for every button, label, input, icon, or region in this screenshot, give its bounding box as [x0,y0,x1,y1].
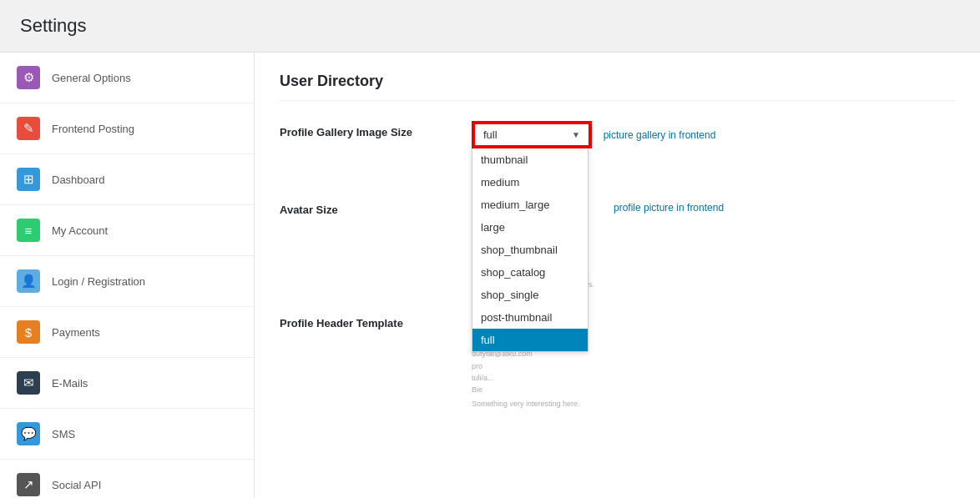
profile-gallery-image-size-field: full ▼ thumbnail medium medium_large lar… [472,121,955,148]
account-icon: ≡ [17,219,40,242]
profile-gallery-image-size-label: Profile Gallery Image Size [280,121,472,138]
sidebar-item-social-api[interactable]: ↗ Social API [0,460,254,498]
profile-gallery-dropdown-menu: thumbnail medium medium_large large shop… [472,148,589,352]
sidebar-item-label: E-Mails [52,377,88,390]
dashboard-icon: ⊞ [17,168,40,191]
template-something: Something very interesting here. [472,400,955,408]
sms-icon: 💬 [17,422,40,445]
sidebar-item-label: Frontend Posting [52,123,134,135]
sidebar-item-frontend-posting[interactable]: ✎ Frontend Posting [0,103,254,154]
dropdown-option-medium[interactable]: medium [472,171,588,194]
main-content: User Directory Profile Gallery Image Siz… [255,53,980,498]
sidebar-item-label: My Account [52,224,108,237]
sidebar-item-label: Payments [52,326,100,339]
sidebar-item-my-account[interactable]: ≡ My Account [0,205,254,256]
form-row-profile-header-template: Profile Header Template admin pro bee du… [280,312,955,408]
sidebar: ⚙ General Options ✎ Frontend Posting ⊞ D… [0,53,255,498]
form-row-profile-gallery-image-size: Profile Gallery Image Size full ▼ thumbn… [280,121,955,148]
page-title: Settings [0,0,980,53]
sidebar-item-dashboard[interactable]: ⊞ Dashboard [0,154,254,205]
dropdown-option-post-thumbnail[interactable]: post-thumbnail [472,306,588,329]
profile-gallery-dropdown-outer: full ▼ thumbnail medium medium_large lar… [472,121,592,148]
sidebar-item-sms[interactable]: 💬 SMS [0,409,254,460]
dropdown-option-full[interactable]: full [472,329,588,351]
profile-header-template-label: Profile Header Template [280,312,472,329]
email-icon: ✉ [17,371,40,395]
gear-icon: ⚙ [17,66,40,89]
payments-icon: $ [17,320,40,344]
edit-icon: ✎ [17,117,40,140]
sidebar-item-payments[interactable]: $ Payments [0,307,254,358]
dropdown-option-large[interactable]: large [472,216,588,239]
section-title: User Directory [280,73,955,101]
sidebar-item-label: Login / Registration [52,275,145,288]
sidebar-item-label: Dashboard [52,174,105,186]
sidebar-item-general-options[interactable]: ⚙ General Options [0,53,254,103]
social-icon: ↗ [17,473,40,496]
sidebar-item-label: Social API [52,479,101,491]
form-row-avatar-size: Avatar Size Commy Moring Continually imp… [280,199,955,289]
profile-gallery-dropdown-selected[interactable]: full ▼ [473,123,590,147]
dropdown-option-medium-large[interactable]: medium_large [472,194,588,216]
chevron-down-icon: ▼ [572,130,580,139]
login-icon: 👤 [17,269,40,293]
profile-gallery-helper-text: picture gallery in frontend [604,129,716,141]
sidebar-item-emails[interactable]: ✉ E-Mails [0,358,254,409]
dropdown-selected-value: full [483,128,498,141]
avatar-size-label: Avatar Size [280,199,472,216]
sidebar-item-login-registration[interactable]: 👤 Login / Registration [0,256,254,307]
avatar-size-helper-text: profile picture in frontend [614,202,724,214]
dropdown-option-shop-catalog[interactable]: shop_catalog [472,261,588,284]
sidebar-item-label: SMS [52,428,75,440]
dropdown-option-shop-single[interactable]: shop_single [472,284,588,306]
sidebar-item-label: General Options [52,72,131,84]
dropdown-option-thumbnail[interactable]: thumbnail [472,148,588,171]
dropdown-option-shop-thumbnail[interactable]: shop_thumbnail [472,239,588,261]
